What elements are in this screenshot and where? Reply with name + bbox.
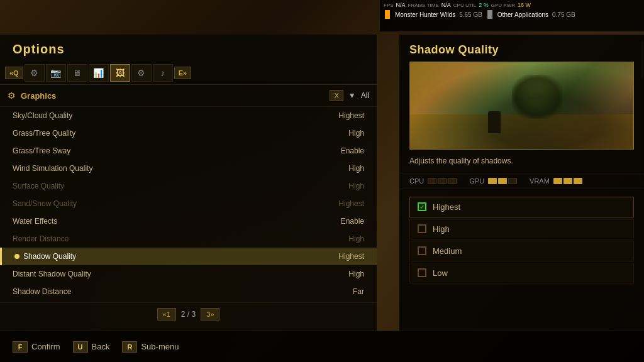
setting-value-4: High [348,182,364,190]
gpu-pwr-value: 16 W [518,2,531,8]
tab-prev-button[interactable]: «Q [5,67,23,79]
setting-row-4[interactable]: Surface QualityHigh [0,177,377,195]
bottom-action-confirm: FConfirm [13,341,60,353]
quality-option-low[interactable]: Low [409,263,634,283]
setting-inner-6: Water Effects [13,217,341,226]
filter-clear-button[interactable]: X [330,90,343,101]
setting-value-6: Enable [341,217,364,226]
detail-title: Shadow Quality [399,35,644,62]
filter-row: ⚙ Graphics X ▼ All [0,85,377,107]
vram-dot-2 [564,178,572,184]
setting-inner-5: Sand/Snow Quality [13,199,338,208]
active-indicator [14,254,19,259]
setting-row-6[interactable]: Water EffectsEnable [0,212,377,230]
vram-dot-3 [574,178,582,184]
page-prev-button[interactable]: «1 [157,308,176,321]
tab-icon-audio[interactable]: ♪ [153,64,173,82]
setting-inner-4: Surface Quality [13,182,348,190]
detail-description: Adjusts the quality of shadows. [399,156,644,173]
setting-inner-9: Distant Shadow Quality [13,270,348,278]
setting-name-10: Shadow Distance [13,287,71,296]
quality-label-0: Highest [433,202,460,212]
gpu-pwr-label: GPU PWR [491,3,515,8]
setting-value-8: Highest [338,252,364,261]
setting-row-9[interactable]: Distant Shadow QualityHigh [0,265,377,283]
quality-option-highest[interactable]: ✓Highest [409,197,634,217]
setting-inner-10: Shadow Distance [13,287,353,296]
tab-icon-settings2[interactable]: ⚙ [131,64,152,82]
gpu-dot-2 [498,178,507,184]
app1-value: 5.65 GB [459,11,482,18]
tab-icon-system[interactable]: ⚙ [25,64,45,82]
cpu-dot-3 [448,178,457,184]
app1-name: Monster Hunter Wilds [395,11,455,18]
tab-icon-monitor[interactable]: 📊 [89,64,109,82]
setting-inner-3: Wind Simulation Quality [13,164,348,173]
preview-character [488,111,501,133]
preview-shrub [512,75,562,119]
setting-name-4: Surface Quality [13,182,64,190]
tab-icon-display[interactable]: 🖥 [67,64,87,82]
quality-option-medium[interactable]: Medium [409,241,634,261]
cpu-util-label: CPU UTIL [453,3,476,8]
bottom-action-back: UBack [73,341,110,353]
setting-row-10[interactable]: Shadow DistanceFar [0,283,377,300]
fps-label: FPS [384,3,394,8]
setting-value-0: Highest [338,111,364,120]
detail-preview-image [409,62,634,150]
quality-label-1: High [433,224,450,234]
options-title: Options [0,35,377,62]
cpu-util-value: 2 % [479,2,489,8]
settings-list: Sky/Cloud QualityHighestGrass/Tree Quali… [0,107,377,302]
frame-time-label: FRAME TIME [408,3,439,8]
setting-inner-0: Sky/Cloud Quality [13,111,338,120]
detail-panel: Shadow Quality Adjusts the quality of sh… [399,35,644,331]
gpu-perf-dots [488,178,517,184]
page-text: 2 / 3 [181,310,196,319]
tab-icon-graphics[interactable]: 🖼 [110,64,130,82]
setting-row-7[interactable]: Render DistanceHigh [0,230,377,248]
preview-ground [410,114,633,149]
pagination: «1 2 / 3 3» [0,302,377,326]
section-label: Graphics [21,91,56,101]
filter-label: All [361,91,369,100]
cpu-dot-1 [428,178,436,184]
setting-row-2[interactable]: Grass/Tree SwayEnable [0,142,377,160]
setting-row-8[interactable]: Shadow QualityHighest [0,248,377,265]
setting-name-8: Shadow Quality [23,252,76,261]
setting-row-5[interactable]: Sand/Snow QualityHighest [0,195,377,212]
quality-label-3: Low [433,268,448,278]
quality-options: ✓HighestHighMediumLow [399,194,644,286]
key-badge-u: U [73,341,88,353]
page-next-button[interactable]: 3» [201,308,219,321]
radio-box-0: ✓ [418,202,426,211]
tab-next-button[interactable]: E» [174,67,191,79]
frame-time-value: N/A [441,2,451,8]
top-hud: FPS N/A FRAME TIME N/A CPU UTIL 2 % GPU … [380,0,644,31]
setting-name-6: Water Effects [13,217,57,226]
setting-value-1: High [348,129,364,138]
setting-inner-1: Grass/Tree Quality [13,129,348,138]
action-label-0: Confirm [31,342,60,351]
setting-value-2: Enable [341,146,364,155]
setting-value-9: High [348,270,364,278]
setting-inner-2: Grass/Tree Sway [13,146,341,155]
setting-row-1[interactable]: Grass/Tree QualityHigh [0,124,377,142]
app2-name: Other Applications [497,11,548,18]
quality-option-high[interactable]: High [409,219,634,239]
setting-row-0[interactable]: Sky/Cloud QualityHighest [0,107,377,124]
setting-name-5: Sand/Snow Quality [13,199,77,208]
bottom-action-sub-menu: RSub-menu [122,341,179,353]
setting-name-0: Sky/Cloud Quality [13,111,72,120]
key-badge-r: R [122,341,137,353]
setting-value-7: High [348,234,364,243]
fps-value: N/A [396,2,406,8]
tab-icon-photo[interactable]: 📷 [46,64,66,82]
setting-name-7: Render Distance [13,234,69,243]
radio-check-0: ✓ [419,204,425,211]
gpu-perf-label: GPU [469,177,484,185]
app2-value: 0.75 GB [552,11,575,18]
gpu-dot-1 [488,178,497,184]
radio-box-2 [418,246,426,255]
setting-row-3[interactable]: Wind Simulation QualityHigh [0,160,377,177]
